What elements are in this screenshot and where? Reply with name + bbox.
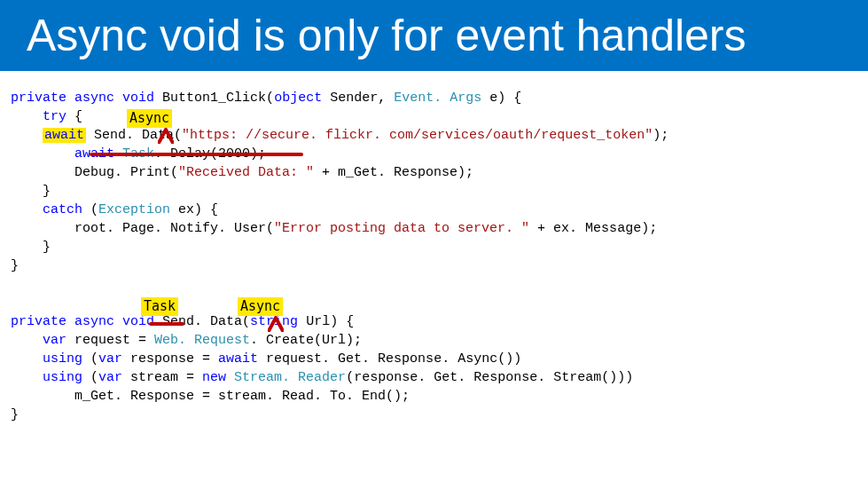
kw-using1: using: [11, 351, 82, 367]
str-error: "Error posting data to server. ": [274, 221, 529, 236]
kw-await3: await: [218, 351, 258, 367]
semi1: );: [653, 128, 669, 143]
caret-mark-bottom: [268, 316, 284, 332]
kw-var1: var: [11, 333, 66, 348]
kw-new: new: [202, 370, 226, 385]
cls-webrequest: Web. Request: [154, 333, 250, 348]
kw-catch: catch: [11, 202, 82, 217]
param-sender: Sender,: [322, 91, 394, 106]
ex-var: ex) {: [170, 202, 218, 217]
blank2: [11, 296, 19, 311]
brace-try: {: [66, 109, 82, 124]
debug-print: Debug. Print(: [11, 165, 178, 180]
annotation-async-bottom: Async: [238, 297, 283, 316]
cls-eventargs: Event. Args: [394, 91, 481, 106]
annotation-task: Task: [141, 297, 178, 316]
concat-resp: + m_Get. Response);: [314, 165, 473, 180]
code-pre: private async void Button1_Click(object …: [11, 89, 857, 424]
paren-using1: (: [82, 351, 98, 367]
kw-private1: private: [11, 91, 66, 106]
strike-await-task-delay: [90, 153, 303, 156]
str-received: "Received Data: ": [178, 165, 314, 180]
str-url: "https: //secure. flickr. com/services/o…: [182, 128, 653, 143]
kw-var2: var: [98, 351, 122, 367]
cls-streamreader: Stream. Reader: [234, 370, 346, 385]
kw-async1: async: [74, 91, 114, 106]
concat-msg: + ex. Message);: [529, 221, 657, 236]
call-getstream: (response. Get. Response. Stream())): [346, 370, 633, 385]
brace-open1: e) {: [481, 91, 521, 106]
assign-request: request =: [66, 333, 154, 348]
title-bar: Async void is only for event handlers: [0, 0, 868, 71]
kw-try: try: [11, 109, 66, 124]
brace-close-method2: }: [11, 407, 19, 422]
kw-object: object: [274, 91, 322, 106]
assign-mget: m_Get. Response = stream. Read. To. End(…: [11, 389, 410, 404]
brace-close-method1: }: [11, 258, 19, 273]
kw-var3: var: [98, 370, 122, 385]
kw-async2: async: [74, 314, 114, 329]
call-getresponse: request. Get. Response. Async()): [258, 351, 521, 367]
blank1: [11, 277, 19, 292]
create-call: . Create(Url);: [250, 333, 362, 348]
sp2: [226, 370, 234, 385]
kw-void1: void: [122, 91, 154, 106]
brace-close-try: }: [11, 184, 51, 199]
kw-using2: using: [11, 370, 82, 385]
paren-using2: (: [82, 370, 98, 385]
strike-void: [149, 322, 184, 326]
annotation-async-top: Async: [127, 109, 172, 128]
method-name1: Button1_Click(: [162, 91, 274, 106]
code-block: private async void Button1_Click(object …: [0, 71, 868, 424]
notify-call: root. Page. Notify. User(: [11, 221, 274, 236]
paren-catch: (: [82, 202, 98, 217]
brace-close-catch: }: [11, 240, 51, 255]
assign-stream: stream =: [122, 370, 202, 385]
kw-await-hl: await: [43, 128, 86, 143]
slide-title: Async void is only for event handlers: [27, 10, 747, 61]
assign-response: response =: [122, 351, 218, 367]
kw-private2: private: [11, 314, 66, 329]
caret-mark-top: [158, 128, 174, 144]
param-url: Url) {: [298, 314, 354, 329]
cls-exception: Exception: [98, 202, 170, 217]
